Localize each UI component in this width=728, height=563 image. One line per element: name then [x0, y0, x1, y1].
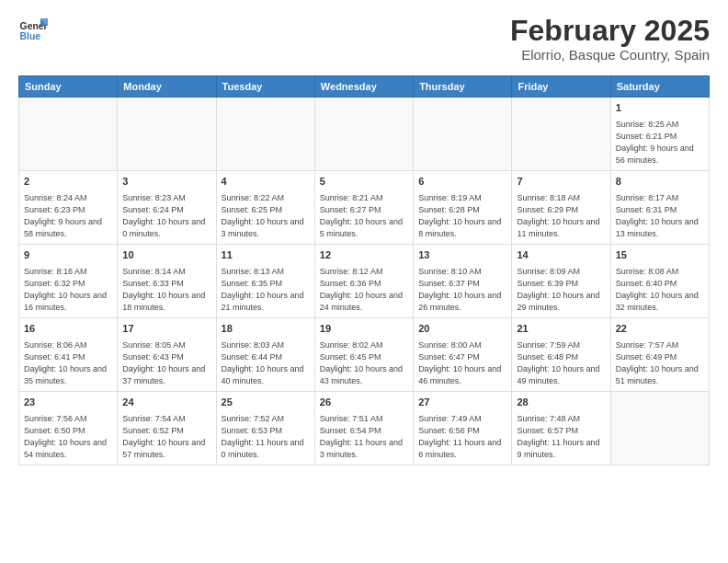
calendar-table: SundayMondayTuesdayWednesdayThursdayFrid… — [18, 75, 710, 465]
day-number: 18 — [222, 322, 310, 336]
day-info: Sunrise: 8:10 AM Sunset: 6:37 PM Dayligh… — [418, 267, 504, 313]
day-info: Sunrise: 8:18 AM Sunset: 6:29 PM Dayligh… — [517, 193, 602, 239]
day-info: Sunrise: 8:13 AM Sunset: 6:35 PM Dayligh… — [222, 267, 307, 313]
day-info: Sunrise: 7:49 AM Sunset: 6:56 PM Dayligh… — [418, 414, 504, 460]
calendar-cell: 6Sunrise: 8:19 AM Sunset: 6:28 PM Daylig… — [414, 171, 512, 245]
day-info: Sunrise: 8:23 AM Sunset: 6:24 PM Dayligh… — [122, 193, 208, 239]
calendar-cell: 24Sunrise: 7:54 AM Sunset: 6:52 PM Dayli… — [118, 392, 216, 465]
day-info: Sunrise: 8:17 AM Sunset: 6:31 PM Dayligh… — [616, 193, 701, 239]
calendar-cell: 11Sunrise: 8:13 AM Sunset: 6:35 PM Dayli… — [216, 245, 314, 318]
day-number: 10 — [122, 248, 210, 262]
calendar-cell — [19, 98, 118, 171]
day-info: Sunrise: 8:14 AM Sunset: 6:33 PM Dayligh… — [122, 267, 208, 313]
day-info: Sunrise: 7:51 AM Sunset: 6:54 PM Dayligh… — [320, 414, 405, 460]
day-number: 12 — [320, 248, 408, 262]
day-of-week-friday: Friday — [512, 76, 610, 98]
day-info: Sunrise: 8:02 AM Sunset: 6:45 PM Dayligh… — [320, 340, 405, 386]
day-of-week-monday: Monday — [118, 76, 216, 98]
day-info: Sunrise: 8:19 AM Sunset: 6:28 PM Dayligh… — [418, 193, 504, 239]
day-number: 24 — [122, 396, 210, 409]
calendar-cell: 5Sunrise: 8:21 AM Sunset: 6:27 PM Daylig… — [314, 171, 413, 245]
day-number: 15 — [616, 248, 704, 262]
day-number: 27 — [418, 396, 506, 409]
day-info: Sunrise: 7:59 AM Sunset: 6:48 PM Dayligh… — [517, 340, 602, 386]
calendar-cell: 22Sunrise: 7:57 AM Sunset: 6:49 PM Dayli… — [610, 318, 709, 392]
day-info: Sunrise: 8:05 AM Sunset: 6:43 PM Dayligh… — [122, 340, 208, 386]
day-info: Sunrise: 8:06 AM Sunset: 6:41 PM Dayligh… — [24, 340, 109, 386]
day-info: Sunrise: 7:48 AM Sunset: 6:57 PM Dayligh… — [517, 414, 602, 460]
calendar-cell: 21Sunrise: 7:59 AM Sunset: 6:48 PM Dayli… — [512, 318, 610, 392]
day-info: Sunrise: 8:16 AM Sunset: 6:32 PM Dayligh… — [24, 267, 109, 313]
calendar-cell: 9Sunrise: 8:16 AM Sunset: 6:32 PM Daylig… — [19, 245, 118, 318]
day-number: 8 — [616, 175, 704, 189]
day-info: Sunrise: 8:09 AM Sunset: 6:39 PM Dayligh… — [517, 267, 602, 313]
day-number: 11 — [222, 248, 310, 262]
calendar-subtitle: Elorrio, Basque Country, Spain — [510, 47, 710, 63]
day-number: 17 — [122, 322, 210, 336]
day-of-week-saturday: Saturday — [610, 76, 709, 98]
day-number: 26 — [320, 396, 408, 409]
day-info: Sunrise: 7:52 AM Sunset: 6:53 PM Dayligh… — [222, 414, 307, 460]
day-of-week-tuesday: Tuesday — [216, 76, 314, 98]
calendar-cell: 8Sunrise: 8:17 AM Sunset: 6:31 PM Daylig… — [610, 171, 709, 245]
calendar-cell: 28Sunrise: 7:48 AM Sunset: 6:57 PM Dayli… — [512, 392, 610, 465]
calendar-cell: 7Sunrise: 8:18 AM Sunset: 6:29 PM Daylig… — [512, 171, 610, 245]
calendar-cell — [512, 98, 610, 171]
calendar-title: February 2025 — [510, 15, 710, 47]
calendar-cell: 10Sunrise: 8:14 AM Sunset: 6:33 PM Dayli… — [118, 245, 216, 318]
day-number: 5 — [320, 175, 408, 189]
calendar-cell — [118, 98, 216, 171]
day-number: 19 — [320, 322, 408, 336]
day-info: Sunrise: 8:24 AM Sunset: 6:23 PM Dayligh… — [24, 193, 105, 239]
calendar-cell: 19Sunrise: 8:02 AM Sunset: 6:45 PM Dayli… — [314, 318, 413, 392]
calendar-cell — [216, 98, 314, 171]
calendar-cell: 16Sunrise: 8:06 AM Sunset: 6:41 PM Dayli… — [19, 318, 118, 392]
calendar-cell: 12Sunrise: 8:12 AM Sunset: 6:36 PM Dayli… — [314, 245, 413, 318]
calendar-cell: 4Sunrise: 8:22 AM Sunset: 6:25 PM Daylig… — [216, 171, 314, 245]
calendar-header: February 2025 Elorrio, Basque Country, S… — [510, 15, 710, 63]
logo: General Blue — [18, 15, 51, 44]
calendar-cell: 23Sunrise: 7:56 AM Sunset: 6:50 PM Dayli… — [19, 392, 118, 465]
day-of-week-sunday: Sunday — [19, 76, 118, 98]
day-number: 20 — [418, 322, 506, 336]
day-number: 3 — [122, 175, 210, 189]
calendar-cell: 15Sunrise: 8:08 AM Sunset: 6:40 PM Dayli… — [610, 245, 709, 318]
day-info: Sunrise: 8:03 AM Sunset: 6:44 PM Dayligh… — [222, 340, 307, 386]
calendar-cell: 25Sunrise: 7:52 AM Sunset: 6:53 PM Dayli… — [216, 392, 314, 465]
day-info: Sunrise: 8:21 AM Sunset: 6:27 PM Dayligh… — [320, 193, 405, 239]
calendar-cell: 17Sunrise: 8:05 AM Sunset: 6:43 PM Dayli… — [118, 318, 216, 392]
day-info: Sunrise: 8:00 AM Sunset: 6:47 PM Dayligh… — [418, 340, 504, 386]
day-number: 2 — [24, 175, 112, 189]
calendar-cell — [414, 98, 512, 171]
day-number: 22 — [616, 322, 704, 336]
calendar-cell: 27Sunrise: 7:49 AM Sunset: 6:56 PM Dayli… — [414, 392, 512, 465]
day-number: 9 — [24, 248, 112, 262]
day-number: 21 — [517, 322, 605, 336]
calendar-cell: 3Sunrise: 8:23 AM Sunset: 6:24 PM Daylig… — [118, 171, 216, 245]
day-number: 16 — [24, 322, 112, 336]
calendar-cell — [314, 98, 413, 171]
calendar-cell — [610, 392, 709, 465]
day-number: 23 — [24, 396, 112, 409]
calendar-cell: 2Sunrise: 8:24 AM Sunset: 6:23 PM Daylig… — [19, 171, 118, 245]
day-of-week-wednesday: Wednesday — [314, 76, 413, 98]
day-info: Sunrise: 7:54 AM Sunset: 6:52 PM Dayligh… — [122, 414, 208, 460]
day-number: 1 — [616, 101, 704, 115]
day-info: Sunrise: 7:56 AM Sunset: 6:50 PM Dayligh… — [24, 414, 109, 460]
day-info: Sunrise: 8:08 AM Sunset: 6:40 PM Dayligh… — [616, 267, 701, 313]
day-info: Sunrise: 8:22 AM Sunset: 6:25 PM Dayligh… — [222, 193, 307, 239]
day-number: 28 — [517, 396, 605, 409]
day-number: 14 — [517, 248, 605, 262]
calendar-cell: 1Sunrise: 8:25 AM Sunset: 6:21 PM Daylig… — [610, 98, 709, 171]
calendar-cell: 20Sunrise: 8:00 AM Sunset: 6:47 PM Dayli… — [414, 318, 512, 392]
calendar-cell: 26Sunrise: 7:51 AM Sunset: 6:54 PM Dayli… — [314, 392, 413, 465]
day-number: 25 — [222, 396, 310, 409]
day-of-week-thursday: Thursday — [414, 76, 512, 98]
day-info: Sunrise: 7:57 AM Sunset: 6:49 PM Dayligh… — [616, 340, 701, 386]
calendar-cell: 18Sunrise: 8:03 AM Sunset: 6:44 PM Dayli… — [216, 318, 314, 392]
day-info: Sunrise: 8:25 AM Sunset: 6:21 PM Dayligh… — [616, 120, 697, 166]
day-number: 4 — [222, 175, 310, 189]
svg-text:Blue: Blue — [20, 31, 41, 41]
day-number: 6 — [418, 175, 506, 189]
day-number: 13 — [418, 248, 506, 262]
